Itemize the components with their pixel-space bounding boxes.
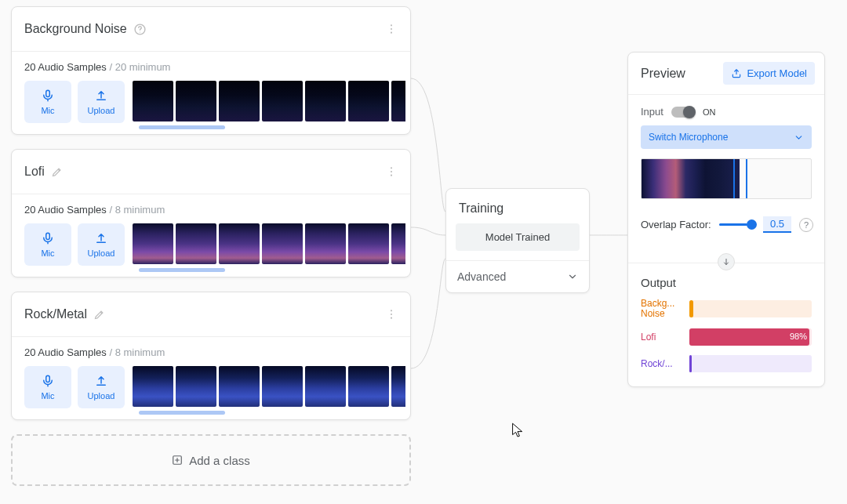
audio-sample-thumb[interactable] — [262, 366, 303, 407]
sample-thumbnails — [133, 81, 405, 121]
output-label: Lofi — [641, 332, 682, 343]
mic-button[interactable]: Mic — [24, 81, 71, 123]
audio-sample-thumb[interactable] — [262, 223, 303, 264]
more-menu-icon[interactable] — [380, 303, 402, 325]
output-bar: 98% — [689, 328, 812, 346]
overlap-value-input[interactable]: 0.5 — [763, 216, 791, 233]
output-bar — [689, 355, 812, 372]
audio-sample-thumb[interactable] — [348, 223, 389, 264]
audio-sample-thumb[interactable] — [133, 223, 173, 264]
input-label: Input — [641, 106, 663, 118]
more-menu-icon[interactable] — [380, 18, 402, 40]
audio-sample-thumb[interactable] — [348, 366, 389, 407]
upload-button[interactable]: Upload — [78, 366, 125, 408]
audio-sample-thumb[interactable] — [176, 223, 216, 264]
output-row-rock-metal: Rock/... — [641, 355, 812, 372]
class-card-rock-metal: Rock/Metal 20 Audio Samples / 8 minimum … — [11, 292, 411, 420]
samples-min: 8 minimum — [115, 346, 165, 358]
chevron-down-icon — [794, 132, 804, 143]
add-class-label: Add a class — [189, 454, 250, 467]
pencil-icon[interactable] — [93, 309, 105, 321]
samples-min: 8 minimum — [115, 204, 165, 216]
training-title: Training — [446, 189, 589, 223]
samples-scrollbar[interactable] — [139, 268, 225, 272]
svg-point-7 — [391, 171, 392, 172]
svg-point-3 — [391, 28, 392, 30]
class-card-background-noise: Background Noise 20 Audio Samples / 20 m… — [11, 6, 411, 135]
mic-label: Mic — [41, 106, 54, 115]
overlap-slider[interactable] — [719, 223, 755, 226]
upload-button[interactable]: Upload — [78, 223, 125, 266]
audio-sample-thumb[interactable] — [133, 366, 173, 407]
samples-count: 20 Audio Samples — [24, 346, 107, 358]
live-audio-preview — [641, 158, 812, 199]
mic-button[interactable]: Mic — [24, 366, 71, 408]
input-state: ON — [703, 107, 716, 117]
more-menu-icon[interactable] — [380, 161, 402, 183]
train-status-button[interactable]: Model Trained — [456, 223, 580, 251]
audio-sample-thumb[interactable] — [133, 81, 173, 121]
samples-min: 20 minimum — [115, 61, 171, 73]
samples-scrollbar[interactable] — [139, 411, 225, 415]
advanced-label: Advanced — [457, 270, 506, 283]
audio-sample-thumb[interactable] — [219, 223, 260, 264]
add-class-button[interactable]: Add a class — [11, 434, 411, 486]
samples-count-row: 20 Audio Samples / 8 minimum — [12, 194, 410, 219]
class-card-lofi: Lofi 20 Audio Samples / 8 minimum Mic Up… — [11, 149, 411, 277]
preview-card: Preview Export Model Input ON Switch Mic… — [627, 52, 825, 387]
audio-sample-thumb[interactable] — [219, 366, 260, 407]
samples-count-row: 20 Audio Samples / 8 minimum — [12, 337, 410, 361]
svg-point-4 — [391, 32, 392, 34]
switch-mic-label: Switch Microphone — [649, 132, 728, 143]
upload-button[interactable]: Upload — [78, 81, 125, 123]
output-row-lofi: Lofi 98% — [641, 328, 812, 346]
upload-label: Upload — [88, 106, 115, 115]
svg-point-8 — [391, 175, 392, 176]
scroll-down-button[interactable] — [718, 253, 735, 270]
output-title: Output — [641, 276, 812, 289]
output-bar — [689, 300, 812, 317]
svg-point-12 — [391, 317, 392, 319]
live-window-selector[interactable] — [733, 158, 747, 199]
svg-point-2 — [391, 24, 392, 26]
preview-title: Preview — [641, 67, 685, 81]
audio-sample-thumb[interactable] — [262, 81, 303, 121]
samples-count: 20 Audio Samples — [24, 61, 107, 73]
audio-sample-thumb[interactable] — [305, 81, 346, 121]
svg-rect-5 — [46, 90, 50, 96]
audio-sample-thumb[interactable] — [176, 81, 216, 121]
live-spectrogram — [642, 159, 740, 198]
input-toggle[interactable] — [671, 107, 695, 118]
samples-scrollbar[interactable] — [139, 125, 225, 129]
advanced-toggle[interactable]: Advanced — [446, 260, 589, 292]
samples-count-row: 20 Audio Samples / 20 minimum — [12, 52, 410, 76]
overlap-label: Overlap Factor: — [641, 219, 711, 230]
help-icon[interactable]: ? — [799, 218, 813, 232]
audio-sample-thumb[interactable] — [219, 81, 260, 121]
chevron-down-icon — [567, 271, 578, 282]
sample-thumbnails — [133, 223, 405, 264]
plus-icon — [172, 455, 183, 466]
svg-point-11 — [391, 314, 392, 315]
audio-sample-thumb[interactable] — [348, 81, 389, 121]
export-model-button[interactable]: Export Model — [723, 62, 815, 85]
audio-sample-thumb[interactable] — [176, 366, 216, 407]
sample-thumbnails — [133, 366, 405, 407]
svg-point-10 — [391, 310, 392, 311]
audio-sample-thumb[interactable] — [305, 223, 346, 264]
class-title: Lofi — [24, 165, 45, 179]
audio-sample-thumb[interactable] — [305, 366, 346, 407]
help-icon[interactable] — [133, 23, 147, 36]
audio-sample-thumb[interactable] — [391, 81, 405, 121]
mouse-cursor-icon — [511, 422, 524, 439]
mic-button[interactable]: Mic — [24, 223, 71, 266]
class-title: Rock/Metal — [24, 307, 87, 321]
pencil-icon[interactable] — [51, 166, 63, 178]
output-label: Backg... Noise — [641, 299, 682, 319]
audio-sample-thumb[interactable] — [391, 366, 405, 407]
switch-microphone-dropdown[interactable]: Switch Microphone — [641, 125, 812, 149]
audio-sample-thumb[interactable] — [391, 223, 405, 264]
svg-rect-13 — [46, 375, 50, 382]
output-label: Rock/... — [641, 359, 682, 369]
class-title: Background Noise — [24, 22, 127, 36]
